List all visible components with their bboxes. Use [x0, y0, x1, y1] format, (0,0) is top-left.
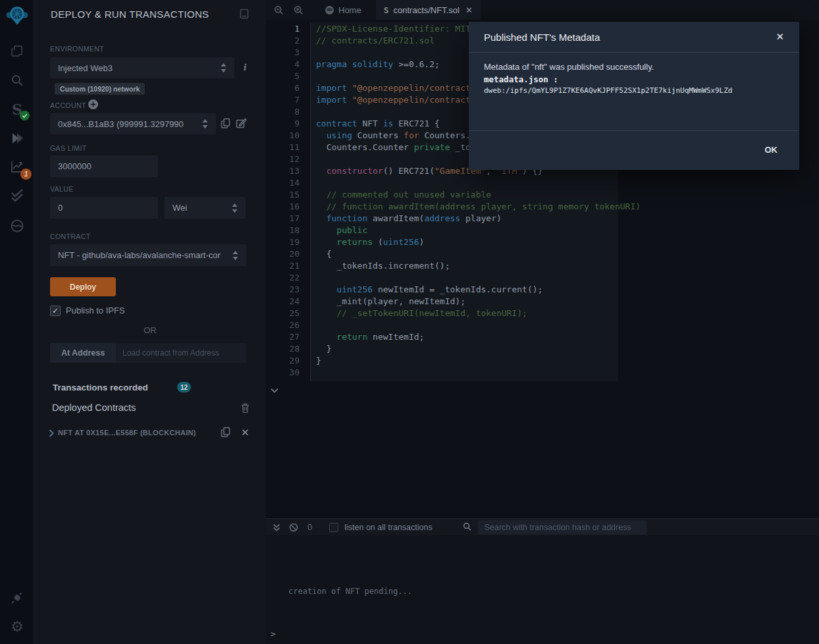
line-number[interactable]: 7	[266, 94, 300, 106]
line-number[interactable]: 25	[266, 308, 300, 319]
value-input[interactable]	[50, 197, 158, 219]
line-number[interactable]: 24	[266, 296, 300, 308]
line-number[interactable]: 23	[266, 284, 300, 296]
search-icon[interactable]	[9, 72, 26, 89]
line-number[interactable]: 28	[266, 343, 300, 355]
terminal-output[interactable]: creation of NFT pending... >	[266, 535, 819, 644]
copy-contract-address-icon[interactable]	[221, 427, 230, 441]
terminal-search-icon	[463, 522, 471, 533]
terminal-search-input[interactable]	[478, 520, 647, 535]
tab-nft-sol[interactable]: S contracts/NFT.sol ✕	[376, 0, 481, 20]
line-number[interactable]: 14	[266, 177, 300, 189]
value-unit-select[interactable]: Wei	[165, 197, 246, 219]
ok-button[interactable]: OK	[758, 141, 785, 159]
line-number[interactable]: 19	[266, 236, 300, 248]
add-account-icon[interactable]	[88, 99, 98, 112]
gas-limit-input[interactable]	[50, 155, 158, 177]
line-number[interactable]: 10	[266, 130, 300, 142]
line-number[interactable]: 30	[266, 367, 300, 379]
line-number[interactable]: 4	[266, 59, 300, 70]
code-line[interactable]: //SPDX-License-Identifier: MIT	[300, 23, 471, 35]
code-line[interactable]: public	[300, 225, 367, 236]
at-address-button[interactable]: At Address	[50, 343, 116, 363]
code-line[interactable]: // commented out unused variable	[300, 189, 491, 201]
line-number[interactable]: 29	[266, 355, 300, 367]
remove-deployed-item-icon[interactable]: ✕	[241, 427, 250, 439]
copy-account-icon[interactable]	[221, 118, 230, 132]
line-number[interactable]: 16	[266, 201, 300, 213]
account-select[interactable]: 0x845...B1aB3 (999991.3297990	[50, 113, 216, 134]
line-number[interactable]: 26	[266, 319, 300, 331]
code-line[interactable]	[300, 367, 316, 379]
code-line[interactable]	[300, 272, 316, 284]
line-number[interactable]: 27	[266, 331, 300, 343]
environment-info-icon[interactable]: i	[244, 62, 246, 73]
tab-close-icon[interactable]: ✕	[465, 5, 473, 15]
sign-message-icon[interactable]	[236, 118, 247, 131]
code-line[interactable]: {	[300, 248, 331, 260]
remix-logo-icon[interactable]	[4, 4, 30, 29]
contract-select[interactable]: NFT - github/ava-labs/avalanche-smart-co…	[50, 244, 246, 266]
analytics-icon[interactable]: 1	[9, 158, 26, 175]
code-line[interactable]: _tokenIds.increment();	[300, 260, 450, 272]
deploy-run-icon[interactable]	[9, 130, 26, 147]
deploy-button[interactable]: Deploy	[50, 277, 116, 296]
code-line[interactable]: // _setTokenURI(newItemId, tokenURI);	[300, 308, 527, 319]
terminal-drag-handle[interactable]	[266, 514, 819, 518]
code-line[interactable]: }	[300, 355, 321, 367]
settings-gear-icon[interactable]: ⚙	[9, 618, 26, 635]
solidity-compiler-icon[interactable]: S	[9, 101, 26, 118]
line-number[interactable]: 11	[266, 142, 300, 153]
at-address-input[interactable]	[116, 343, 246, 363]
analytics-count-badge: 1	[20, 169, 32, 180]
line-number[interactable]: 22	[266, 272, 300, 284]
line-number[interactable]: 13	[266, 165, 300, 177]
code-line[interactable]: function awardItem(address player)	[300, 213, 502, 225]
code-line[interactable]	[300, 106, 316, 118]
code-line[interactable]: returns (uint256)	[300, 236, 424, 248]
documentation-icon[interactable]	[240, 9, 249, 22]
line-number[interactable]: 9	[266, 118, 300, 130]
listen-transactions-checkbox[interactable]	[329, 523, 338, 532]
code-line[interactable]	[300, 47, 316, 59]
code-line[interactable]	[300, 319, 316, 331]
line-number[interactable]: 17	[266, 213, 300, 225]
line-number[interactable]: 15	[266, 189, 300, 201]
debugger-icon[interactable]	[9, 217, 26, 234]
editor-zoom-in-icon[interactable]	[288, 0, 308, 20]
clear-deployed-trash-icon[interactable]	[241, 403, 250, 416]
code-line[interactable]	[300, 153, 316, 165]
modal-close-icon[interactable]: ✕	[776, 31, 784, 43]
unit-testing-icon[interactable]	[9, 187, 26, 204]
plugin-manager-icon[interactable]	[9, 589, 26, 606]
code-line[interactable]: return newItemId;	[300, 331, 424, 343]
code-line[interactable]: _mint(player, newItemId);	[300, 296, 465, 308]
deployed-item-expand-icon[interactable]	[49, 428, 54, 440]
environment-select[interactable]: Injected Web3	[50, 57, 234, 78]
code-line[interactable]: uint256 newItemId = _tokenIds.current();	[300, 284, 542, 296]
terminal-collapse-icon[interactable]	[273, 523, 280, 531]
line-number[interactable]: 12	[266, 153, 300, 165]
line-number[interactable]: 2	[266, 35, 300, 47]
line-number[interactable]: 3	[266, 47, 300, 59]
code-line[interactable]: // contracts/ERC721.sol	[300, 35, 435, 47]
code-line[interactable]	[300, 70, 316, 82]
line-number[interactable]: 20	[266, 248, 300, 260]
editor-zoom-out-icon[interactable]	[269, 0, 288, 20]
line-number[interactable]: 18	[266, 225, 300, 236]
tab-home[interactable]: Home	[317, 0, 369, 20]
line-number[interactable]: 6	[266, 82, 300, 94]
code-line[interactable]	[300, 177, 316, 189]
line-number[interactable]: 1	[266, 23, 300, 35]
code-line[interactable]: pragma solidity >=0.6.2;	[300, 59, 440, 70]
transactions-chevron-down-icon[interactable]	[271, 384, 278, 396]
line-number[interactable]: 5	[266, 70, 300, 82]
line-number[interactable]: 8	[266, 106, 300, 118]
publish-ipfs-checkbox[interactable]: ✓	[50, 306, 61, 316]
code-line[interactable]: // function awardItem(address player, st…	[300, 201, 641, 213]
file-explorer-icon[interactable]	[9, 43, 26, 60]
code-line[interactable]: }	[300, 343, 331, 355]
line-number[interactable]: 21	[266, 260, 300, 272]
code-line[interactable]: contract NFT is ERC721 {	[300, 118, 440, 130]
deployed-contract-item[interactable]: NFT AT 0X15E...E558F (BLOCKCHAIN)	[58, 429, 196, 437]
